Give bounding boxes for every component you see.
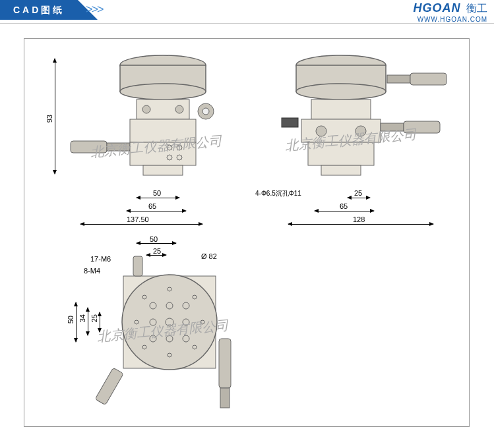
svg-point-48 bbox=[135, 320, 139, 324]
dim-th34: 34 bbox=[78, 314, 86, 322]
svg-point-0 bbox=[120, 55, 206, 75]
svg-rect-21 bbox=[410, 73, 447, 85]
svg-rect-16 bbox=[143, 165, 183, 175]
dim-137-50: 137.50 bbox=[127, 215, 149, 223]
dim-line bbox=[100, 312, 100, 332]
svg-rect-29 bbox=[308, 142, 374, 165]
svg-rect-53 bbox=[133, 256, 142, 276]
svg-rect-51 bbox=[219, 339, 231, 388]
watermark: 北京衡工仪器有限公司 bbox=[284, 125, 417, 154]
svg-rect-1 bbox=[120, 65, 206, 92]
svg-point-46 bbox=[168, 287, 171, 291]
svg-rect-26 bbox=[381, 123, 404, 131]
cad-drawing: 北京衡工仪器有限公司 北京衡工仪器有限公司 北京衡工仪器有限公司 93 50 6… bbox=[24, 38, 470, 427]
dim-t25: 25 bbox=[153, 247, 161, 255]
dim-line bbox=[288, 224, 433, 225]
chevron-icon: >>> bbox=[86, 3, 103, 16]
svg-point-35 bbox=[166, 302, 173, 309]
dim-t50: 50 bbox=[150, 235, 158, 243]
svg-point-5 bbox=[175, 105, 183, 113]
svg-rect-52 bbox=[220, 388, 230, 408]
svg-point-39 bbox=[150, 335, 156, 342]
svg-point-37 bbox=[150, 319, 156, 325]
side-view-right bbox=[262, 45, 460, 197]
svg-point-42 bbox=[142, 295, 146, 299]
svg-point-8 bbox=[202, 108, 209, 115]
svg-point-45 bbox=[193, 345, 197, 349]
svg-point-43 bbox=[193, 295, 197, 299]
svg-point-15 bbox=[177, 155, 182, 160]
title-tab: CAD图纸 bbox=[0, 0, 78, 20]
svg-point-7 bbox=[198, 103, 214, 119]
svg-rect-28 bbox=[282, 118, 298, 127]
svg-point-40 bbox=[166, 335, 173, 342]
dim-65: 65 bbox=[148, 202, 156, 210]
svg-point-19 bbox=[296, 84, 386, 99]
svg-point-41 bbox=[183, 335, 189, 342]
svg-point-36 bbox=[183, 302, 189, 309]
dim-line bbox=[80, 224, 202, 225]
dim-line bbox=[315, 211, 374, 211]
svg-point-44 bbox=[142, 345, 146, 349]
dim-25r: 25 bbox=[354, 189, 362, 197]
svg-point-25 bbox=[355, 126, 366, 136]
svg-point-49 bbox=[201, 320, 204, 324]
dim-65r: 65 bbox=[340, 202, 348, 210]
dim-line bbox=[348, 198, 370, 198]
svg-rect-3 bbox=[137, 99, 189, 119]
front-view-left bbox=[64, 45, 235, 197]
svg-point-33 bbox=[166, 318, 173, 326]
dim-dia82: Ø 82 bbox=[201, 252, 217, 260]
page-header: CAD图纸 >>> HGOAN 衡工 WWW.HGOAN.COM bbox=[0, 0, 494, 24]
dim-line bbox=[146, 255, 166, 256]
svg-rect-20 bbox=[387, 75, 410, 83]
svg-rect-27 bbox=[404, 121, 440, 133]
svg-rect-50 bbox=[95, 368, 123, 405]
svg-rect-22 bbox=[311, 99, 371, 119]
dim-17m6: 17-M6 bbox=[90, 255, 111, 263]
svg-point-12 bbox=[167, 145, 172, 150]
dim-line bbox=[88, 308, 88, 335]
svg-point-17 bbox=[296, 55, 386, 75]
dim-93: 93 bbox=[46, 115, 53, 123]
watermark: 北京衡工仪器有限公司 bbox=[96, 316, 230, 345]
brand-logo: HGOAN bbox=[414, 1, 461, 14]
svg-rect-31 bbox=[123, 276, 216, 368]
svg-point-32 bbox=[122, 275, 217, 370]
brand-url: WWW.HGOAN.COM bbox=[414, 16, 487, 23]
svg-rect-11 bbox=[130, 142, 196, 165]
svg-point-47 bbox=[168, 353, 171, 357]
svg-point-13 bbox=[177, 145, 182, 150]
svg-point-2 bbox=[120, 84, 206, 99]
svg-rect-30 bbox=[321, 165, 361, 175]
dim-line bbox=[137, 243, 176, 244]
brand-cn: 衡工 bbox=[466, 3, 487, 14]
svg-point-4 bbox=[142, 105, 150, 113]
dim-8m4: 8-M4 bbox=[84, 267, 100, 275]
dim-50: 50 bbox=[153, 189, 161, 197]
svg-point-34 bbox=[150, 302, 156, 309]
brand-block: HGOAN 衡工 WWW.HGOAN.COM bbox=[414, 1, 487, 23]
dim-line bbox=[137, 198, 179, 198]
watermark: 北京衡工仪器有限公司 bbox=[90, 132, 223, 161]
dim-4phi: 4-Φ6.5沉孔Φ11 bbox=[255, 189, 301, 198]
svg-rect-23 bbox=[301, 119, 381, 142]
svg-point-38 bbox=[183, 319, 189, 325]
dim-line bbox=[55, 59, 55, 174]
dim-128: 128 bbox=[353, 215, 365, 223]
title-text: CAD图纸 bbox=[13, 5, 65, 15]
svg-point-14 bbox=[167, 155, 172, 160]
dim-th50: 50 bbox=[67, 316, 75, 323]
svg-rect-9 bbox=[71, 141, 107, 153]
dim-line bbox=[76, 302, 77, 342]
svg-rect-6 bbox=[130, 119, 196, 142]
svg-rect-10 bbox=[107, 143, 130, 151]
dim-line bbox=[127, 211, 186, 211]
svg-point-24 bbox=[316, 126, 326, 136]
svg-rect-18 bbox=[296, 65, 386, 92]
